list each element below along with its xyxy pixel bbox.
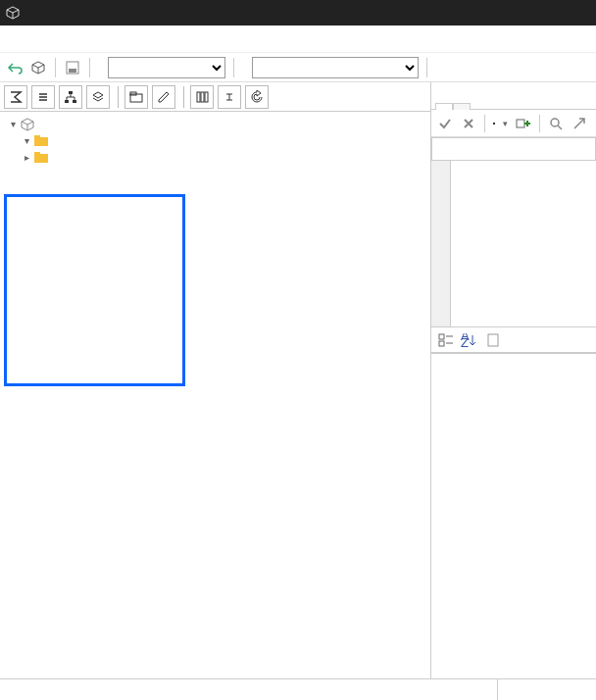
menubar: [0, 25, 596, 53]
titlebar: [0, 0, 596, 25]
folder-button[interactable]: [124, 85, 148, 109]
separator: [539, 115, 540, 132]
svg-rect-13: [34, 152, 40, 155]
expression-toolbar: ▾: [431, 110, 596, 137]
highlight-annotation: [4, 194, 185, 386]
svg-rect-7: [197, 92, 200, 102]
body: ▾ AZ: [0, 82, 596, 678]
twisty-icon[interactable]: [20, 135, 33, 146]
refresh-button[interactable]: [245, 85, 269, 109]
svg-rect-2: [69, 91, 73, 94]
edit-button[interactable]: [152, 85, 175, 109]
goto-icon[interactable]: [571, 116, 587, 131]
properties-toolbar: AZ: [431, 327, 596, 353]
search-icon[interactable]: [548, 116, 564, 131]
perspective-select[interactable]: [108, 57, 225, 78]
cube-icon[interactable]: [29, 59, 47, 76]
status-left: [0, 679, 498, 700]
property-description: [431, 353, 596, 366]
categorized-icon[interactable]: [437, 331, 455, 349]
dax-label[interactable]: [493, 123, 495, 125]
tree-pane: [0, 82, 431, 678]
sigma-button[interactable]: [4, 85, 27, 109]
separator: [484, 115, 485, 132]
dax-editor[interactable]: [431, 161, 596, 327]
tree-tables[interactable]: [6, 132, 430, 149]
sort-az-icon[interactable]: AZ: [461, 331, 478, 349]
folder-icon: [33, 134, 49, 148]
accept-icon[interactable]: [437, 116, 453, 131]
toolbar-separator: [426, 58, 427, 77]
layers-button[interactable]: [86, 85, 110, 109]
tree-translations[interactable]: [6, 149, 430, 166]
cube-icon: [20, 118, 35, 131]
main-toolbar: [0, 53, 596, 82]
model-tree[interactable]: [0, 112, 430, 678]
svg-rect-1: [69, 69, 76, 73]
columns-button[interactable]: [190, 85, 214, 109]
toolbar-separator: [89, 58, 90, 77]
undo-icon[interactable]: [6, 59, 24, 76]
svg-rect-17: [439, 341, 444, 346]
editor-body[interactable]: [451, 161, 596, 326]
expression-input[interactable]: [431, 137, 596, 161]
translation-select[interactable]: [252, 57, 419, 78]
list-button[interactable]: [31, 85, 55, 109]
folder-icon: [33, 151, 49, 165]
twisty-icon[interactable]: [6, 119, 20, 129]
save-icon[interactable]: [64, 59, 81, 76]
svg-rect-12: [34, 154, 48, 163]
svg-rect-16: [439, 334, 444, 339]
toolbar-separator: [233, 58, 234, 77]
svg-rect-4: [73, 100, 76, 103]
tab-expression-editor[interactable]: [435, 103, 453, 110]
prop-page-icon[interactable]: [484, 331, 502, 349]
status-right: [498, 679, 596, 700]
toolbar-separator: [55, 58, 56, 77]
app-cube-icon: [6, 6, 20, 20]
svg-text:Z: Z: [461, 335, 469, 347]
svg-rect-11: [34, 135, 40, 138]
toolbar-separator: [118, 86, 119, 108]
tab-advanced[interactable]: [453, 103, 471, 110]
right-tabs: [431, 82, 596, 110]
svg-point-15: [551, 119, 559, 126]
toolbar-separator: [183, 86, 184, 108]
tree-root[interactable]: [6, 116, 430, 132]
tree-toolbar: [0, 82, 430, 112]
statusbar: [0, 678, 596, 700]
svg-rect-10: [34, 137, 48, 146]
collapse-button[interactable]: [218, 85, 241, 109]
svg-rect-14: [517, 120, 524, 127]
svg-rect-8: [201, 92, 204, 102]
svg-rect-3: [65, 100, 69, 103]
editor-gutter: [431, 161, 451, 326]
cancel-icon[interactable]: [461, 116, 476, 131]
twisty-icon[interactable]: [20, 152, 33, 163]
svg-rect-20: [488, 334, 498, 346]
property-add-icon[interactable]: [516, 116, 531, 131]
right-pane: ▾ AZ: [431, 82, 596, 678]
svg-rect-9: [205, 92, 208, 102]
hierarchy-button[interactable]: [59, 85, 82, 109]
